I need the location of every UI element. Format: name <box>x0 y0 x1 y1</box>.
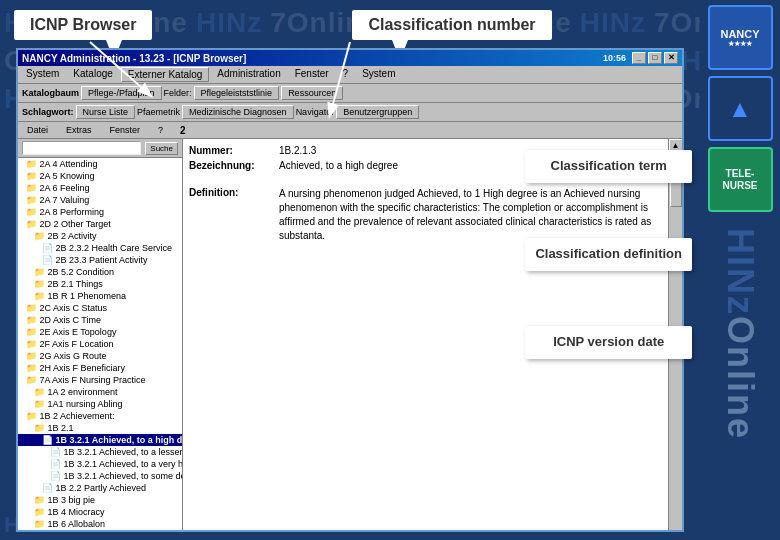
tree-item-2a4[interactable]: 📁 2A 4 Attending <box>18 158 182 170</box>
toolbar-medizin[interactable]: Medizinische Diagnosen <box>182 105 294 119</box>
menu-help[interactable]: ? <box>337 67 355 82</box>
icnp-browser-label: ICNP Browser <box>14 10 152 40</box>
toolbar-pflegepfadplan[interactable]: Pflege-/Pfadplan <box>81 86 162 100</box>
menu-administration[interactable]: Administration <box>211 67 286 82</box>
menu-fenster[interactable]: Fenster <box>289 67 335 82</box>
menu-bar: System Kataloge Externer Katalog Adminis… <box>18 66 682 84</box>
tree-item-2b2[interactable]: 📁 2B 2 Activity <box>18 230 182 242</box>
tree-item-2h[interactable]: 📁 2H Axis F Beneficiary <box>18 362 182 374</box>
window-title: NANCY Administration - 13.23 - [ICNP Bro… <box>22 53 246 64</box>
tree-item-2a5[interactable]: 📁 2A 5 Knowing <box>18 170 182 182</box>
tree-item-1a1[interactable]: 📁 1A1 nursing Abling <box>18 398 182 410</box>
toolbar-pflegeleistungen[interactable]: Pflegeleistststlinie <box>194 86 280 100</box>
title-bar-buttons: _ □ ✕ <box>632 52 678 64</box>
nancy-logo: NANCY ★★★★ <box>708 5 773 70</box>
bezeichnung-label: Bezeichnung: <box>189 160 279 171</box>
toolbar2-extras[interactable]: Extras <box>61 123 97 137</box>
tree-item-2g[interactable]: 📁 2G Axis G Route <box>18 350 182 362</box>
toolbar2-fenster[interactable]: Fenster <box>105 123 146 137</box>
tree-item-2b52[interactable]: 📁 2B 5.2 Condition <box>18 266 182 278</box>
tree-item-1b2[interactable]: 📁 1B 2 Achievement: <box>18 410 182 422</box>
navigator-label: Navigator <box>296 107 335 117</box>
toolbar-felder: Felder: <box>164 88 192 98</box>
window-time: 10:56 <box>603 53 626 63</box>
tree-item-1b2122[interactable]: 📄 1B 3.2.1 Achieved, to a very high degr… <box>18 458 182 470</box>
classification-definition-annotation: Classification definition <box>525 238 692 271</box>
tree-item-7a[interactable]: 📁 7A Axis F Nursing Practice <box>18 374 182 386</box>
tree-item-2f[interactable]: 📁 2F Axis F Location <box>18 338 182 350</box>
toolbar1: Katalogbaum Pflege-/Pfadplan Felder: Pfl… <box>18 84 682 103</box>
toolbar1b: Schlagwort: Nurse Liste Pfaemetrik Mediz… <box>18 103 682 122</box>
tree-item-1b6a[interactable]: 📁 1D 6 Allotment <box>18 530 182 532</box>
toolbar-benutzergruppen[interactable]: Benutzergruppen <box>336 105 419 119</box>
classification-term-annotation: Classification term <box>525 150 692 183</box>
tree-item-2b233[interactable]: 📄 2B 23.3 Patient Activity <box>18 254 182 266</box>
tree-item-2c[interactable]: 📁 2C Axis C Status <box>18 302 182 314</box>
definition-label: Definition: <box>189 187 279 243</box>
top-label-row: ICNP Browser Classification number <box>0 0 700 40</box>
nummer-label: Nummer: <box>189 145 279 156</box>
toolbar-ressourcen[interactable]: Ressourcen <box>281 86 343 100</box>
menu-system2[interactable]: System <box>356 67 401 82</box>
tree-item-2b2t[interactable]: 📁 2B 2.1 Things <box>18 278 182 290</box>
tree-item-1b2121[interactable]: 📄 1B 3.2.1 Achieved, to a lesser degree <box>18 446 182 458</box>
tree-item-1b211[interactable]: 📄 1B 3.2.1 Achieved, to a high degree <box>18 434 182 446</box>
tree-item-1b22[interactable]: 📄 1B 2.2 Partly Achieved <box>18 482 182 494</box>
toolbar2: Datei Extras Fenster ? 2 <box>18 122 682 139</box>
menu-kataloge[interactable]: Kataloge <box>67 67 118 82</box>
search-button[interactable]: Suche <box>145 142 178 155</box>
tree-item-1a2[interactable]: 📁 1A 2 environment <box>18 386 182 398</box>
tree-item-2a6[interactable]: 📁 2A 6 Feeling <box>18 182 182 194</box>
telenurse-logo: TELE- NURSE <box>708 147 773 212</box>
tree-item-2e[interactable]: 📁 2E Axis E Topology <box>18 326 182 338</box>
tree-item-1b2123[interactable]: 📄 1B 3.2.1 Achieved, to some degree <box>18 470 182 482</box>
classification-number-label: Classification number <box>352 10 551 40</box>
toolbar-pfaemetrik: Pfaemetrik <box>137 107 180 117</box>
tree-search-bar: Suche <box>18 139 182 158</box>
tree-item-2a8[interactable]: 📁 2A 8 Performing <box>18 206 182 218</box>
tree-item-1b3[interactable]: 📁 1B 3 big pie <box>18 494 182 506</box>
close-button[interactable]: ✕ <box>664 52 678 64</box>
menu-system[interactable]: System <box>20 67 65 82</box>
icnp-version-date-annotation: ICNP version date <box>525 326 692 359</box>
minimize-button[interactable]: _ <box>632 52 646 64</box>
tree-item-2b232[interactable]: 📄 2B 2.3.2 Health Care Service <box>18 242 182 254</box>
tree-item-1br1[interactable]: 📁 1B R 1 Phenomena <box>18 290 182 302</box>
browser-tab-label: 2 <box>180 125 186 136</box>
tree-item-1b6[interactable]: 📁 1B 6 Allobalon <box>18 518 182 530</box>
toolbar-nurse-listig[interactable]: Nurse Liste <box>76 105 136 119</box>
tree-item-1b21[interactable]: 📁 1B 2.1 <box>18 422 182 434</box>
tree-item-2d[interactable]: 📁 2D Axis C Time <box>18 314 182 326</box>
title-bar: NANCY Administration - 13.23 - [ICNP Bro… <box>18 50 682 66</box>
tree-item-2b[interactable]: 📁 2D 2 Other Target <box>18 218 182 230</box>
menu-externer[interactable]: Externer Katalog <box>121 67 210 82</box>
triangle-logo: ▲ <box>708 76 773 141</box>
toolbar2-help[interactable]: ? <box>153 123 168 137</box>
maximize-button[interactable]: □ <box>648 52 662 64</box>
schlagwort-label: Schlagwort: <box>22 107 74 117</box>
right-sidebar: NANCY ★★★★ ▲ TELE- NURSE HINzOnline <box>700 0 780 540</box>
annotation-container: Classification term Classification defin… <box>525 150 692 359</box>
toolbar2-datei[interactable]: Datei <box>22 123 53 137</box>
toolbar-katalog-label: Katalogbaum <box>22 88 79 98</box>
tree-panel: 📁 2A 4 Attending 📁 2A 5 Knowing 📁 2A 6 F… <box>18 158 182 532</box>
tree-item-2a7[interactable]: 📁 2A 7 Valuing <box>18 194 182 206</box>
tree-item-1b4[interactable]: 📁 1B 4 Miocracy <box>18 506 182 518</box>
tree-search-input[interactable] <box>22 141 141 155</box>
hinz-online-sidebar-text: HINzOnline <box>719 228 761 440</box>
